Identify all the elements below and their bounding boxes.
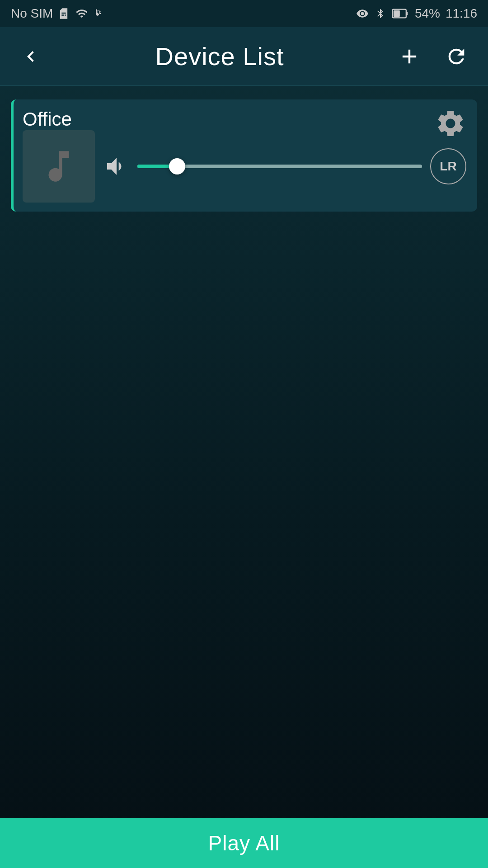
eye-icon xyxy=(355,7,370,20)
sim-icon xyxy=(57,7,70,20)
no-sim-label: No SIM xyxy=(11,6,53,21)
volume-thumb[interactable] xyxy=(169,158,185,175)
wifi-icon xyxy=(75,7,89,20)
battery-label: 54% xyxy=(415,6,440,21)
lr-button[interactable]: LR xyxy=(430,148,466,184)
play-all-bar[interactable]: Play All xyxy=(0,818,488,868)
device-name: Office xyxy=(23,108,72,130)
device-bottom-row: LR xyxy=(23,130,466,203)
back-button[interactable] xyxy=(16,42,45,71)
speaker-icon xyxy=(104,154,129,179)
bluetooth-icon xyxy=(375,7,386,20)
status-left: No SIM xyxy=(11,6,104,21)
refresh-button[interactable] xyxy=(441,41,472,72)
back-icon xyxy=(20,46,42,67)
device-settings-button[interactable] xyxy=(435,108,466,139)
music-note-icon xyxy=(38,146,79,187)
volume-slider[interactable] xyxy=(137,165,422,168)
album-art xyxy=(23,130,95,203)
refresh-icon xyxy=(445,45,468,68)
time-label: 11:16 xyxy=(446,6,477,21)
svg-rect-1 xyxy=(406,12,408,15)
usb-icon xyxy=(94,7,104,20)
device-card: Office xyxy=(11,99,477,212)
play-all-label: Play All xyxy=(208,831,280,855)
main-content: Office xyxy=(0,86,488,225)
status-right: 54% 11:16 xyxy=(355,6,477,21)
header-actions xyxy=(394,41,472,72)
add-icon xyxy=(398,45,421,68)
status-bar: No SIM 54% 11:16 xyxy=(0,0,488,27)
page-title: Device List xyxy=(155,42,284,71)
add-device-button[interactable] xyxy=(394,41,425,72)
header: Device List xyxy=(0,27,488,86)
gear-icon xyxy=(435,108,466,139)
volume-icon xyxy=(104,154,129,179)
svg-rect-2 xyxy=(394,10,400,17)
lr-label: LR xyxy=(440,159,456,174)
volume-controls: LR xyxy=(104,148,466,184)
battery-icon xyxy=(391,7,409,20)
